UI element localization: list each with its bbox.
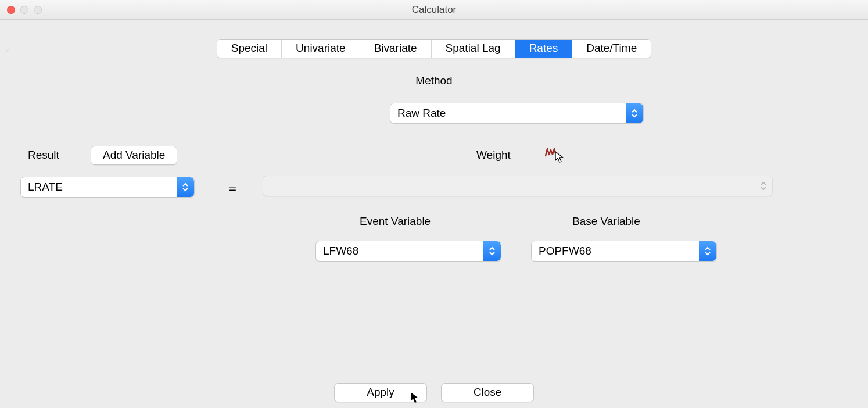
- result-select[interactable]: LRATE: [20, 177, 195, 198]
- chevron-up-down-icon: [483, 241, 501, 261]
- weight-label: Weight: [476, 149, 511, 162]
- close-button[interactable]: Close: [441, 383, 534, 402]
- method-select[interactable]: Raw Rate: [390, 103, 644, 124]
- base-variable-select[interactable]: POPFW68: [531, 241, 717, 262]
- weight-select[interactable]: [263, 176, 773, 196]
- result-label: Result: [28, 149, 59, 162]
- dialog-buttons: Apply Close: [0, 383, 868, 402]
- event-variable-label: Event Variable: [360, 215, 431, 228]
- window-title: Calculator: [0, 4, 868, 16]
- weights-icon: [545, 148, 557, 160]
- base-variable-label: Base Variable: [572, 215, 640, 228]
- chevron-up-down-icon: [755, 176, 772, 196]
- method-label: Method: [0, 74, 868, 87]
- content-panel: [6, 49, 868, 373]
- chevron-up-down-icon: [626, 103, 643, 123]
- base-variable-value: POPFW68: [539, 245, 591, 257]
- chevron-up-down-icon: [699, 241, 716, 261]
- event-variable-select[interactable]: LFW68: [315, 241, 501, 262]
- chevron-up-down-icon: [177, 177, 194, 197]
- minimize-window-button[interactable]: [20, 6, 28, 14]
- equals-sign: =: [229, 181, 236, 196]
- apply-button[interactable]: Apply: [334, 383, 427, 402]
- traffic-lights: [7, 6, 42, 14]
- add-variable-button[interactable]: Add Variable: [91, 146, 177, 165]
- titlebar: Calculator: [0, 0, 868, 20]
- close-window-button[interactable]: [7, 6, 15, 14]
- method-value: Raw Rate: [397, 107, 446, 120]
- zoom-window-button[interactable]: [34, 6, 42, 14]
- result-value: LRATE: [28, 181, 63, 194]
- event-variable-value: LFW68: [323, 245, 358, 257]
